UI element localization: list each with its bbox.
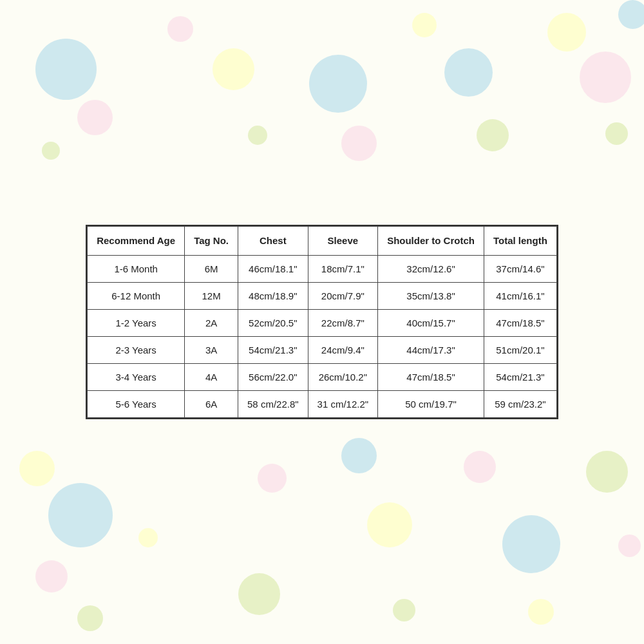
table-cell: 37cm/14.6"	[484, 255, 556, 282]
table-cell: 31 cm/12.2"	[308, 390, 378, 417]
table-header-cell: Chest	[238, 227, 308, 256]
page-content: Recommend AgeTag No.ChestSleeveShoulder …	[0, 0, 644, 644]
table-header-cell: Recommend Age	[88, 227, 185, 256]
table-cell: 41cm/16.1"	[484, 282, 556, 309]
table-header-row: Recommend AgeTag No.ChestSleeveShoulder …	[88, 227, 557, 256]
table-cell: 4A	[185, 363, 238, 390]
table-cell: 51cm/20.1"	[484, 336, 556, 363]
table-cell: 47cm/18.5"	[378, 363, 484, 390]
table-cell: 5-6 Years	[88, 390, 185, 417]
size-chart-table: Recommend AgeTag No.ChestSleeveShoulder …	[87, 226, 557, 418]
table-cell: 44cm/17.3"	[378, 336, 484, 363]
table-cell: 40cm/15.7"	[378, 309, 484, 336]
table-cell: 58 cm/22.8"	[238, 390, 308, 417]
table-cell: 18cm/7.1"	[308, 255, 378, 282]
table-cell: 22cm/8.7"	[308, 309, 378, 336]
table-cell: 56cm/22.0"	[238, 363, 308, 390]
table-cell: 52cm/20.5"	[238, 309, 308, 336]
table-cell: 1-6 Month	[88, 255, 185, 282]
table-cell: 54cm/21.3"	[484, 363, 556, 390]
table-cell: 20cm/7.9"	[308, 282, 378, 309]
table-cell: 2-3 Years	[88, 336, 185, 363]
table-cell: 6-12 Month	[88, 282, 185, 309]
table-row: 3-4 Years4A56cm/22.0"26cm/10.2"47cm/18.5…	[88, 363, 557, 390]
table-cell: 50 cm/19.7"	[378, 390, 484, 417]
table-header-cell: Tag No.	[185, 227, 238, 256]
table-row: 2-3 Years3A54cm/21.3"24cm/9.4"44cm/17.3"…	[88, 336, 557, 363]
table-cell: 26cm/10.2"	[308, 363, 378, 390]
table-cell: 32cm/12.6"	[378, 255, 484, 282]
table-cell: 12M	[185, 282, 238, 309]
table-row: 5-6 Years6A58 cm/22.8"31 cm/12.2"50 cm/1…	[88, 390, 557, 417]
table-cell: 3-4 Years	[88, 363, 185, 390]
table-row: 1-2 Years2A52cm/20.5"22cm/8.7"40cm/15.7"…	[88, 309, 557, 336]
table-cell: 2A	[185, 309, 238, 336]
table-cell: 47cm/18.5"	[484, 309, 556, 336]
table-cell: 35cm/13.8"	[378, 282, 484, 309]
table-header-cell: Total length	[484, 227, 556, 256]
table-wrapper: Recommend AgeTag No.ChestSleeveShoulder …	[86, 225, 558, 419]
table-header-cell: Shoulder to Crotch	[378, 227, 484, 256]
table-body: 1-6 Month6M46cm/18.1"18cm/7.1"32cm/12.6"…	[88, 255, 557, 417]
table-header-cell: Sleeve	[308, 227, 378, 256]
table-cell: 3A	[185, 336, 238, 363]
table-row: 1-6 Month6M46cm/18.1"18cm/7.1"32cm/12.6"…	[88, 255, 557, 282]
table-cell: 24cm/9.4"	[308, 336, 378, 363]
table-cell: 48cm/18.9"	[238, 282, 308, 309]
table-cell: 6M	[185, 255, 238, 282]
table-cell: 54cm/21.3"	[238, 336, 308, 363]
table-cell: 6A	[185, 390, 238, 417]
table-row: 6-12 Month12M48cm/18.9"20cm/7.9"35cm/13.…	[88, 282, 557, 309]
table-cell: 59 cm/23.2"	[484, 390, 556, 417]
table-cell: 46cm/18.1"	[238, 255, 308, 282]
table-cell: 1-2 Years	[88, 309, 185, 336]
